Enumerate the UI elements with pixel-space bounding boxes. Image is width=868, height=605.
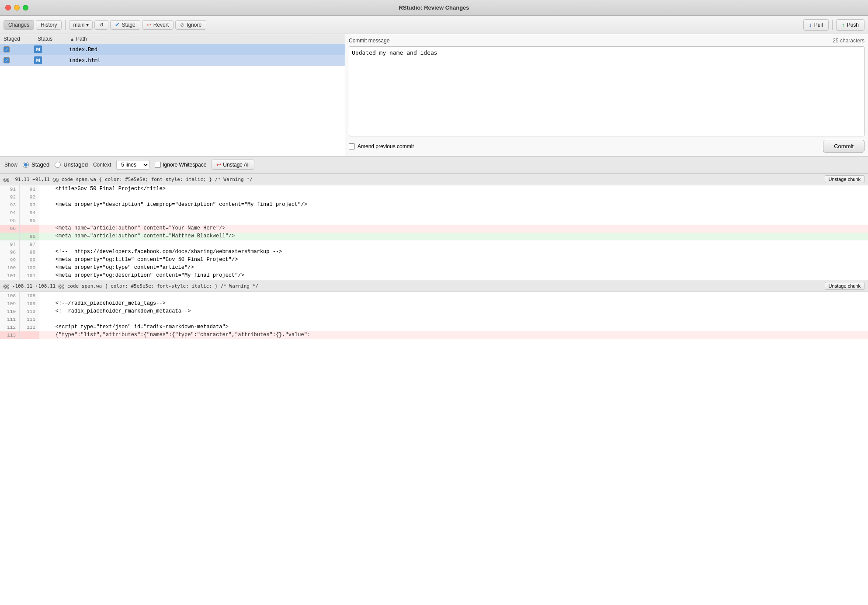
diff-line-num-new: 94 [20,209,39,217]
ignore-button[interactable]: ⊘ Ignore [175,20,206,30]
file-row[interactable]: ✓ M index.html [0,55,345,66]
commit-textarea[interactable]: Updated my name and ideas [349,46,865,136]
amend-label[interactable]: Amend previous commit [349,143,414,150]
commit-message-label: Commit message [349,38,389,44]
diff-line-num-new: 109 [20,300,39,308]
unstage-chunk-button[interactable]: Unstage chunk [825,282,865,290]
diff-area: @@ -91,11 +91,11 @@ code span.wa { color… [0,173,868,605]
history-tab[interactable]: History [36,20,62,30]
commit-button[interactable]: Commit [823,140,865,153]
staged-radio-label: Staged [31,161,49,168]
diff-hunk-header: @@ -91,11 +91,11 @@ code span.wa { color… [0,173,868,185]
diff-line-num-new: 111 [20,316,39,323]
diff-line-num-new: 97 [20,240,39,248]
diff-line-num-new: 91 [20,185,39,193]
diff-line-content: <meta property="og:title" content="Gov 5… [39,256,868,264]
ignore-label: Ignore [187,22,201,28]
commit-footer: Amend previous commit Commit [349,140,865,153]
file-path-1: index.Rmd [69,46,341,52]
stage-label: Stage [122,22,135,28]
diff-line-num-new [20,225,39,233]
diff-hunk-text: @@ -108,11 +108,11 @@ code span.wa { col… [3,283,258,289]
pull-icon: ↓ [809,21,812,28]
unstage-chunk-button[interactable]: Unstage chunk [825,175,865,183]
diff-line-num-old: 109 [0,300,20,308]
push-button[interactable]: ↑ Push [836,19,865,31]
file-panel-header: Staged Status ▲ Path [0,34,345,44]
pull-label: Pull [814,22,823,28]
close-button[interactable] [5,5,11,10]
context-label: Context [93,162,111,168]
staged-radio[interactable]: Staged [23,161,49,168]
context-select[interactable]: 5 lines 3 lines 10 lines [116,160,149,170]
ignore-whitespace-checkbox[interactable] [155,162,161,168]
minimize-button[interactable] [14,5,20,10]
diff-line-num-new: 110 [20,308,39,316]
unstage-all-button[interactable]: ↩ Unstage All [212,160,254,170]
diff-hunk-header: @@ -108,11 +108,11 @@ code span.wa { col… [0,280,868,292]
commit-header: Commit message 25 characters [349,38,865,44]
diff-line-num-new: 112 [20,323,39,331]
diff-line-num-old: 112 [0,323,20,331]
diff-line-num-old: 97 [0,240,20,248]
staged-column-header: Staged [3,36,20,42]
diff-line: 97 97 [0,240,868,248]
diff-line-num-new: 99 [20,256,39,264]
show-bar: Show Staged Unstaged Context 5 lines 3 l… [0,156,868,173]
refresh-button[interactable]: ↺ [94,20,108,30]
diff-line-content: <meta property="og:description" content=… [39,272,868,280]
ignore-icon: ⊘ [180,22,184,28]
diff-line-num-old: 110 [0,308,20,316]
diff-line-num-old: 101 [0,272,20,280]
diff-line-content: <meta name="article:author" content="Mat… [39,233,868,240]
maximize-button[interactable] [23,5,28,10]
diff-line-num-old: 95 [0,217,20,225]
file-row[interactable]: ✓ M index.Rmd [0,44,345,55]
diff-line-content: <title>Gov 50 Final Project</title> [39,185,868,193]
diff-line-num-new: 100 [20,264,39,272]
diff-line-content [39,209,868,217]
pull-button[interactable]: ↓ Pull [803,19,829,31]
staged-checkbox-2[interactable]: ✓ [3,57,10,63]
staged-col: ✓ [3,57,25,63]
diff-line-content: <script type="text/json" id="radix-rmark… [39,323,868,331]
diff-line-num-new [20,331,39,339]
staged-col: ✓ [3,46,25,52]
window-title: RStudio: Review Changes [399,4,469,11]
diff-line: 96 <meta name="article:author" content="… [0,233,868,240]
char-count: 25 characters [833,38,865,44]
unstaged-radio-dot[interactable] [55,162,61,168]
diff-line-num-new: 93 [20,201,39,209]
diff-line-content [39,292,868,300]
diff-line-content: <meta property="og:type" content="articl… [39,264,868,272]
changes-tab[interactable]: Changes [3,20,34,30]
file-path-2: index.html [69,57,341,63]
diff-line-num-old: 111 [0,316,20,323]
status-column-header: Status [38,36,52,42]
status-col: M [34,56,60,64]
sep2 [832,20,833,30]
branch-selector[interactable]: main ▾ [69,20,93,30]
diff-line-content: {"type":"list","attributes":{"names":{"t… [39,331,868,339]
staged-radio-dot[interactable] [23,162,29,168]
file-panel: Staged Status ▲ Path ✓ M [0,34,345,156]
unstaged-radio[interactable]: Unstaged [55,161,88,168]
revert-label: Revert [153,22,169,28]
diff-line: 100 100 <meta property="og:type" content… [0,264,868,272]
diff-line: 95 95 [0,217,868,225]
stage-icon: ✔ [115,22,119,28]
ignore-whitespace-label[interactable]: Ignore Whitespace [155,162,206,168]
branch-chevron-icon: ▾ [86,22,89,28]
diff-line-num-old: 93 [0,201,20,209]
amend-checkbox[interactable] [349,143,355,150]
sep1 [65,20,66,30]
staged-checkbox-1[interactable]: ✓ [3,46,10,52]
status-badge-1: M [34,45,42,53]
diff-line-content: <!-- https://developers.facebook.com/doc… [39,248,868,256]
diff-line: 92 92 [0,193,868,201]
stage-button[interactable]: ✔ Stage [110,20,140,30]
diff-line: 101 101 <meta property="og:description" … [0,272,868,280]
revert-button[interactable]: ↩ Revert [142,20,174,30]
sort-arrow-icon: ▲ [70,37,74,42]
diff-line: 112 112 <script type="text/json" id="rad… [0,323,868,331]
